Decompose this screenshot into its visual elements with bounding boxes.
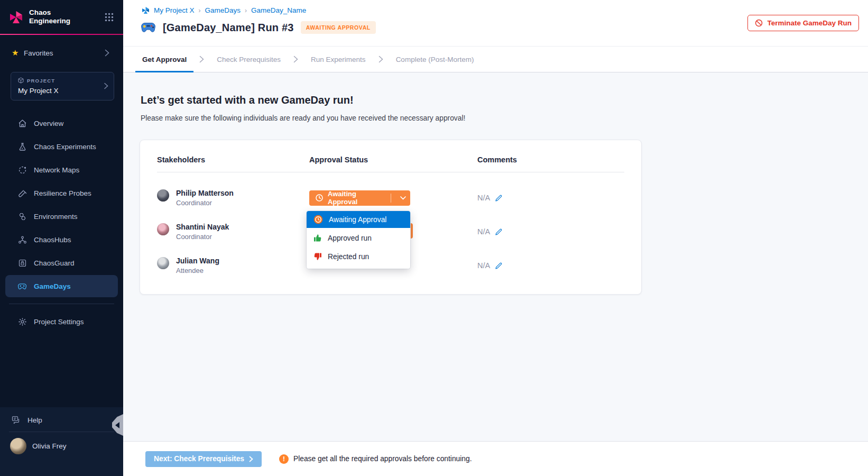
chevron-right-icon <box>288 47 304 72</box>
edit-comment-icon[interactable] <box>495 194 503 202</box>
clock-icon <box>313 215 323 224</box>
dropdown-option-rejected-run[interactable]: Rejected run <box>307 248 410 265</box>
sidebar-item-network-maps[interactable]: Network Maps <box>5 159 118 181</box>
chevron-right-icon <box>249 456 253 462</box>
page-header: My Project X › GameDays › GameDay_Name [… <box>123 0 868 46</box>
avatar <box>157 189 169 202</box>
tab-get-approval[interactable]: Get Approval <box>135 47 193 72</box>
column-header-comments: Comments <box>477 155 624 164</box>
chevron-right-icon <box>104 83 108 89</box>
project-label: PROJECT <box>27 78 55 84</box>
environments-icon <box>17 212 27 221</box>
favorites-label: Favorites <box>24 49 105 57</box>
star-icon: ★ <box>12 48 24 58</box>
edit-comment-icon[interactable] <box>495 262 503 270</box>
stakeholder-role: Attendee <box>176 266 219 276</box>
breadcrumb: My Project X › GameDays › GameDay_Name <box>142 6 306 14</box>
chevron-right-icon <box>193 47 210 72</box>
sidebar-item-chaoshubs[interactable]: ChaosHubs <box>5 228 118 251</box>
table-row: Philip Matterson Coordinator Awaiting Ap… <box>157 181 624 215</box>
tab-run-experiments[interactable]: Run Experiments <box>304 47 373 72</box>
sidebar-item-environments[interactable]: Environments <box>5 205 118 227</box>
chevron-right-icon: › <box>199 7 201 14</box>
covered-status-button-edge <box>410 223 413 239</box>
approval-warning: ! Please get all the required approvals … <box>279 454 472 464</box>
breadcrumb-item-gamedays[interactable]: GameDays <box>205 6 241 14</box>
sidebar-item-favorites[interactable]: ★ Favorites <box>0 42 123 63</box>
avatar <box>157 223 169 235</box>
approvals-card: Stakeholders Approval Status Comments Ph… <box>140 140 642 295</box>
page-title: [GameDay_Name] Run #3 <box>163 22 294 34</box>
chevron-right-icon <box>373 47 389 72</box>
sidebar-item-project-settings[interactable]: Project Settings <box>5 310 118 333</box>
chevron-right-icon <box>105 49 109 57</box>
chaos-logo-icon <box>9 10 23 24</box>
wizard-footer: Next: Check Prerequisites ! Please get a… <box>123 441 868 476</box>
help-chat-icon <box>12 416 21 424</box>
content-subheading: Please make sure the following individua… <box>141 114 868 122</box>
gear-icon <box>17 317 27 326</box>
gamepad-icon <box>17 281 27 291</box>
thumbs-down-icon <box>313 252 322 261</box>
warning-text: Please get all the required approvals be… <box>293 455 472 463</box>
status-badge: AWAITING APPROVAL <box>301 21 376 34</box>
home-icon <box>17 118 27 128</box>
breadcrumb-item-project[interactable]: My Project X <box>154 6 195 14</box>
stakeholder-name: Shantini Nayak <box>176 222 229 232</box>
sidebar-item-gamedays[interactable]: GameDays <box>5 275 118 297</box>
project-selector[interactable]: PROJECT My Project X <box>11 72 114 100</box>
button-separator <box>391 194 391 203</box>
dropdown-option-awaiting-approval[interactable]: Awaiting Approval <box>307 211 410 228</box>
user-profile[interactable]: Olivia Frey <box>0 432 123 454</box>
network-map-icon <box>17 165 27 175</box>
breadcrumb-logo-icon <box>142 6 150 14</box>
flask-icon <box>17 142 27 151</box>
ban-icon <box>755 19 763 27</box>
breadcrumb-item-gameday-name[interactable]: GameDay_Name <box>251 6 306 14</box>
stakeholder-role: Coordinator <box>176 198 234 208</box>
tab-check-prerequisites[interactable]: Check Prerequisites <box>210 47 288 72</box>
status-dropdown-button[interactable]: Awaiting Approval <box>309 190 410 206</box>
apps-grid-icon[interactable] <box>105 13 114 22</box>
brand-divider <box>0 34 123 35</box>
sidebar-item-resilience-probes[interactable]: Resilience Probes <box>5 182 118 204</box>
user-name: Olivia Frey <box>32 442 67 450</box>
stakeholder-name: Julian Wang <box>176 256 219 266</box>
cube-icon <box>18 77 24 84</box>
avatar <box>157 257 169 269</box>
comment-value: N/A <box>477 227 490 236</box>
edit-comment-icon[interactable] <box>495 228 503 236</box>
sidebar-divider <box>9 304 114 304</box>
sidebar: Chaos Engineering ★ Favorites PROJECT <box>0 0 123 476</box>
sidebar-item-chaos-experiments[interactable]: Chaos Experiments <box>5 135 118 158</box>
chevron-right-icon: › <box>245 7 247 14</box>
sidebar-item-chaosguard[interactable]: ChaosGuard <box>5 252 118 274</box>
chevron-down-icon <box>395 196 410 200</box>
dropdown-option-approved-run[interactable]: Approved run <box>307 230 410 246</box>
warning-icon: ! <box>279 454 289 464</box>
sidebar-item-help[interactable]: Help <box>0 407 123 424</box>
comment-value: N/A <box>477 261 490 270</box>
terminate-gameday-button[interactable]: Terminate GameDay Run <box>747 15 859 31</box>
wizard-tabs: Get Approval Check Prerequisites Run Exp… <box>123 46 868 72</box>
column-header-stakeholders: Stakeholders <box>157 155 309 164</box>
stakeholder-role: Coordinator <box>176 232 229 242</box>
project-name: My Project X <box>18 87 108 95</box>
sidebar-item-overview[interactable]: Overview <box>5 112 118 134</box>
content-heading: Let’s get started with a new GameDay run… <box>141 94 868 106</box>
stakeholder-name: Philip Matterson <box>176 188 234 198</box>
tab-complete-post-mortem[interactable]: Complete (Post-Mortem) <box>389 47 481 72</box>
shield-lock-icon <box>17 258 27 268</box>
column-header-approval-status: Approval Status <box>309 155 477 164</box>
gamepad-emoji-icon <box>141 22 156 33</box>
sidebar-nav: Overview Chaos Experiments Network Maps … <box>5 112 118 297</box>
brand-header: Chaos Engineering <box>0 0 123 33</box>
main-area: My Project X › GameDays › GameDay_Name [… <box>123 0 868 476</box>
clock-icon <box>315 194 324 202</box>
probe-icon <box>17 188 27 198</box>
next-step-button[interactable]: Next: Check Prerequisites <box>145 451 262 467</box>
hub-icon <box>17 235 27 244</box>
thumbs-up-icon <box>313 234 322 242</box>
comment-value: N/A <box>477 194 490 202</box>
status-dropdown-menu: Awaiting Approval Approved run Rejected … <box>307 211 410 269</box>
